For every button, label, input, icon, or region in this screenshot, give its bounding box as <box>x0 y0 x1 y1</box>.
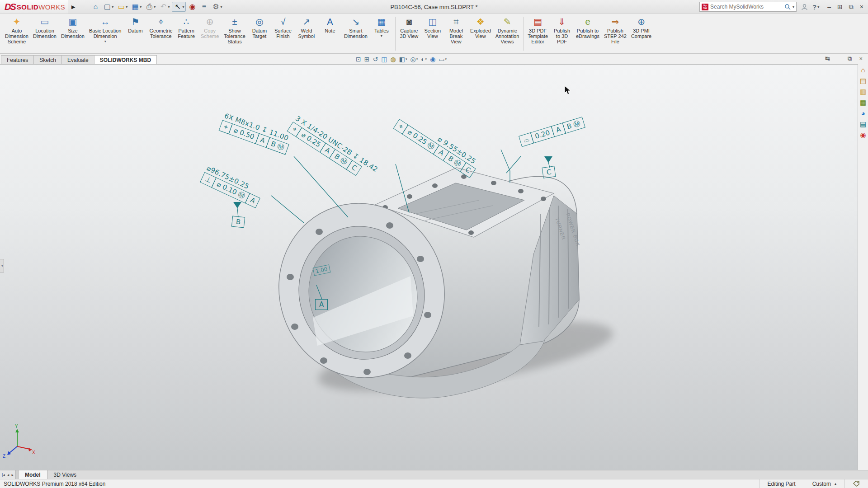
mbd-ribbon: ✦ Auto Dimension Scheme ▭ Location Dimen… <box>0 14 868 54</box>
auto-dimension-scheme-button[interactable]: ✦ Auto Dimension Scheme <box>3 16 31 45</box>
zoom-to-fit-button[interactable]: ⊡ <box>355 56 362 63</box>
location-dimension-button[interactable]: ▭ Location Dimension <box>31 16 59 40</box>
options-button[interactable]: ⚙ ▾ <box>210 2 223 11</box>
tab-scroll-next[interactable]: ▸ <box>11 473 14 477</box>
publish-to-3d-pdf-button[interactable]: ⇓ Publish to 3D PDF <box>550 16 574 45</box>
chevron-up-icon[interactable]: ▴ <box>835 482 836 486</box>
size-dimension-button[interactable]: ▣ Size Dimension <box>59 16 87 40</box>
edit-appearance-button[interactable]: ◉ <box>429 56 436 63</box>
note-button[interactable]: A Note <box>318 16 342 34</box>
taskpane-custom-properties[interactable]: ▤ <box>860 120 866 128</box>
tables-button[interactable]: ▦ Tables ▾ <box>370 16 393 39</box>
taskpane-view-palette[interactable]: ▦ <box>860 99 866 107</box>
datum-feature-b[interactable]: B <box>231 216 245 228</box>
view-orientation-button[interactable]: ◧ ▾ <box>398 56 408 63</box>
3d-model-canvas[interactable]: TURNER POWER BOX <box>0 65 868 470</box>
chevron-down-icon[interactable]: ▾ <box>140 5 142 9</box>
taskpane-appearances[interactable]: ◕ <box>861 109 865 117</box>
tab-evaluate[interactable]: Evaluate <box>61 55 94 64</box>
copy-scheme-button[interactable]: ⊕ Copy Scheme <box>198 16 222 40</box>
doc-collapse-button[interactable]: ↹ <box>825 55 830 62</box>
chevron-down-icon[interactable]: ▾ <box>406 57 407 61</box>
tab-features[interactable]: Features <box>1 55 34 64</box>
graphics-viewport[interactable]: TURNER POWER BOX <box>0 64 868 470</box>
rebuild-button[interactable]: ◉ <box>187 2 198 11</box>
capture-3d-view-button[interactable]: ◙ Capture 3D View <box>397 16 421 40</box>
view-settings-button[interactable]: ▭ ▾ <box>438 56 448 63</box>
help-button[interactable]: ? ▾ <box>812 3 819 11</box>
tab-scroll-prev[interactable]: ◂ <box>7 473 9 477</box>
menu-expand-arrow[interactable]: ▶ <box>69 2 77 12</box>
datum-feature-a[interactable]: A <box>315 299 328 310</box>
section-view-button[interactable]: ◫ Section View <box>421 16 444 40</box>
file-properties-button[interactable]: ≡ <box>198 2 209 11</box>
pattern-feature-button[interactable]: ∴ Pattern Feature <box>175 16 198 40</box>
left-pane-toggle[interactable]: ◂ <box>0 259 4 272</box>
chevron-down-icon[interactable]: ▾ <box>112 5 113 9</box>
geometric-tolerance-button[interactable]: ⌖ Geometric Tolerance <box>147 16 175 40</box>
new-document-button[interactable]: ▢ ▾ <box>102 2 115 11</box>
3d-pmi-compare-button[interactable]: ⊕ 3D PMI Compare <box>629 16 654 40</box>
3d-pdf-template-editor-button[interactable]: ▤ 3D PDF Template Editor <box>525 16 550 45</box>
zoom-to-area-button[interactable]: ⊞ <box>363 56 371 63</box>
taskpane-design-library[interactable]: ▤ <box>860 77 866 85</box>
doc-minimize-button[interactable]: – <box>837 55 840 62</box>
previous-view-button[interactable]: ↺ <box>372 56 379 63</box>
surface-finish-button[interactable]: √ Surface Finish <box>271 16 295 40</box>
open-button[interactable]: ▭ ▾ <box>116 2 129 11</box>
basic-location-dimension-button[interactable]: ↔ Basic Location Dimension ▾ <box>87 16 124 44</box>
doc-maximize-button[interactable]: ⧉ <box>848 55 852 62</box>
datum-button[interactable]: ⚑ Datum <box>123 16 147 34</box>
search-options-caret[interactable]: ▾ <box>793 5 794 9</box>
tab-scroll-first[interactable]: |◂ <box>2 473 5 477</box>
taskpane-forum[interactable]: ◉ <box>860 131 866 139</box>
user-account-button[interactable] <box>801 4 808 10</box>
3d-views-tab[interactable]: 3D Views <box>47 470 83 479</box>
publish-to-edrawings-button[interactable]: e Publish to eDrawings <box>574 16 602 40</box>
minimize-button[interactable]: – <box>827 3 831 10</box>
doc-close-button[interactable]: × <box>859 55 863 62</box>
smart-dimension-button[interactable]: ↘ Smart Dimension <box>342 16 370 40</box>
taskpane-file-explorer[interactable]: ▥ <box>860 88 866 96</box>
weld-symbol-button[interactable]: ↗ Weld Symbol <box>295 16 318 40</box>
search-box[interactable]: MySW ▾ <box>699 2 797 12</box>
tab-solidworks-mbd[interactable]: SOLIDWORKS MBD <box>94 55 157 64</box>
chevron-down-icon[interactable]: ▾ <box>220 5 222 9</box>
chevron-down-icon[interactable]: ▾ <box>425 57 427 61</box>
chevron-down-icon[interactable]: ▾ <box>154 5 156 9</box>
close-button[interactable]: × <box>860 3 863 10</box>
chevron-down-icon[interactable]: ▾ <box>182 5 184 9</box>
section-view-toggle[interactable]: ◫ <box>380 56 388 63</box>
tab-sketch[interactable]: Sketch <box>33 55 62 64</box>
select-button[interactable]: ↖ ▾ <box>172 2 186 12</box>
home-button[interactable]: ⌂ <box>90 2 101 11</box>
dimension-scheme-selector[interactable]: Custom ▴ <box>804 479 844 488</box>
dock-button[interactable]: ⊞ <box>837 3 843 10</box>
annotation-visibility-button[interactable]: ◍ <box>389 56 396 63</box>
save-button[interactable]: ▦ ▾ <box>130 2 143 11</box>
chevron-down-icon[interactable]: ▾ <box>168 5 170 9</box>
model-break-view-button[interactable]: ⌗ Model Break View <box>444 16 468 45</box>
restore-button[interactable]: ⧉ <box>849 3 854 11</box>
chevron-down-icon[interactable]: ▾ <box>445 57 447 61</box>
tag-button[interactable] <box>844 479 868 488</box>
show-tolerance-status-button[interactable]: ± Show Tolerance Status <box>222 16 248 45</box>
exploded-view-button[interactable]: ❖ Exploded View <box>468 16 493 40</box>
help-caret[interactable]: ▾ <box>817 5 819 9</box>
search-input[interactable] <box>710 4 783 10</box>
chevron-down-icon[interactable]: ▾ <box>104 39 106 43</box>
chevron-down-icon[interactable]: ▾ <box>381 34 382 38</box>
search-icon[interactable] <box>784 4 791 10</box>
chevron-down-icon[interactable]: ▾ <box>416 57 418 61</box>
undo-button[interactable]: ↶ ▾ <box>158 2 171 11</box>
datum-target-button[interactable]: ◎ Datum Target <box>248 16 271 40</box>
model-tab[interactable]: Model <box>19 470 47 479</box>
chevron-down-icon[interactable]: ▾ <box>126 5 127 9</box>
dynamic-annotation-views-button[interactable]: ✎ Dynamic Annotation Views <box>493 16 522 45</box>
print-button[interactable]: ⎙ ▾ <box>144 2 157 11</box>
taskpane-resources[interactable]: ⌂ <box>861 66 865 74</box>
datum-feature-c[interactable]: C <box>542 166 556 178</box>
hide-show-items-button[interactable]: ◐ ▾ <box>420 56 428 63</box>
display-style-button[interactable]: ◎ ▾ <box>409 56 419 63</box>
publish-step-242-button[interactable]: ⇒ Publish STEP 242 File <box>602 16 629 45</box>
